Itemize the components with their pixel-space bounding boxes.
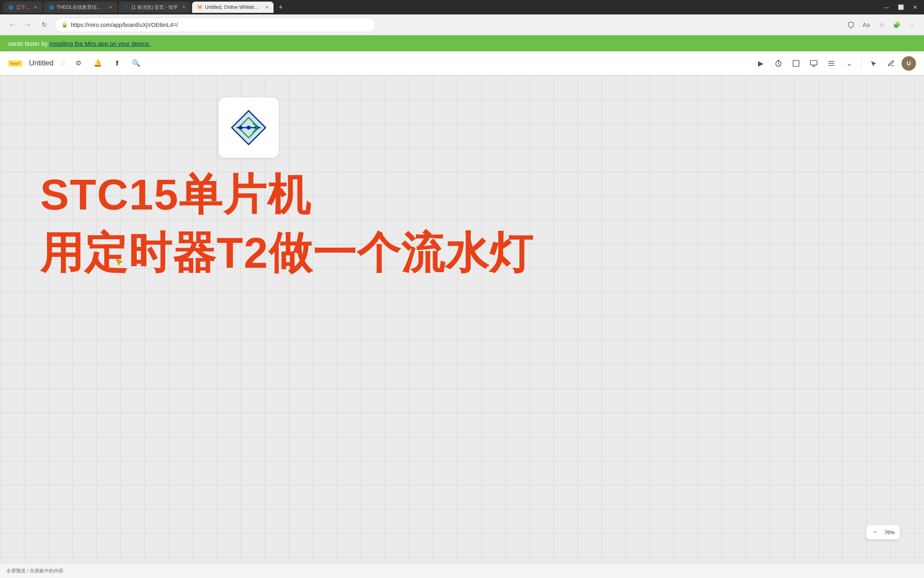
maximize-button[interactable]: ⬜ xyxy=(895,3,906,11)
install-link[interactable]: installing the Miro app on your device. xyxy=(49,40,150,47)
new-tab-button[interactable]: + xyxy=(275,2,286,13)
forward-icon: → xyxy=(25,21,31,28)
timer-button[interactable] xyxy=(771,56,786,71)
share-icon: ⬆ xyxy=(114,59,120,67)
frame-icon xyxy=(792,59,800,67)
present-button[interactable] xyxy=(806,56,821,71)
back-icon: ← xyxy=(9,21,15,28)
tab-liaoning[interactable]: 🌐 辽宁... ✕ xyxy=(3,2,42,13)
extensions-icon[interactable]: 🧩 xyxy=(891,19,902,31)
tab-favicon-2: 🌐 xyxy=(49,4,54,10)
toolbar-divider xyxy=(861,58,861,69)
settings-icon: ⚙ xyxy=(75,59,81,67)
notifications-button[interactable]: 🔔 xyxy=(91,57,104,70)
search-button[interactable]: 🔍 xyxy=(130,57,143,70)
status-bar: 全屏预览 / 在画板中的内容 xyxy=(0,564,924,578)
play-icon: ▶ xyxy=(758,59,764,68)
tab-label-2: THEOL在线教育综合平台-辽宁省 xyxy=(57,4,105,11)
zoom-controls: − 76% xyxy=(866,525,900,539)
install-banner: oards faster by installing the Miro app … xyxy=(0,35,924,51)
tab-close-4[interactable]: ✕ xyxy=(265,5,269,10)
url-text: https://miro.com/app/board/uXjVOE6inL4=/ xyxy=(71,22,178,28)
translate-icon[interactable] xyxy=(845,19,857,31)
tab-favicon-3: Z xyxy=(124,4,129,10)
svg-point-11 xyxy=(247,126,251,130)
zoom-out-button[interactable]: − xyxy=(869,527,881,538)
title-bar: 🌐 辽宁... ✕ 🌐 THEOL在线教育综合平台-辽宁省 ✕ Z (1 条消息… xyxy=(0,0,924,14)
url-bar[interactable]: 🔒 https://miro.com/app/board/uXjVOE6inL4… xyxy=(55,18,375,32)
tab-close-3[interactable]: ✕ xyxy=(182,5,186,10)
browser-frame: 🌐 辽宁... ✕ 🌐 THEOL在线教育综合平台-辽宁省 ✕ Z (1 条消息… xyxy=(0,0,924,578)
lock-icon: 🔒 xyxy=(61,22,68,28)
svg-rect-1 xyxy=(793,60,799,66)
chevron-down-icon: ⌄ xyxy=(846,59,852,68)
pen-icon xyxy=(888,60,895,67)
play-button[interactable]: ▶ xyxy=(754,56,768,71)
zoom-value: 76% xyxy=(882,529,897,535)
tab-close-1[interactable]: ✕ xyxy=(34,5,37,10)
tab-close-2[interactable]: ✕ xyxy=(109,5,112,10)
browser-settings-icon[interactable]: ··· xyxy=(906,19,918,31)
favorites-icon[interactable]: ☆ xyxy=(876,19,887,31)
tab-label-3: (1 条消息) 首页 - 知乎 xyxy=(132,4,178,11)
settings-button[interactable]: ⚙ xyxy=(72,57,85,70)
pen-tool-button[interactable] xyxy=(884,56,898,71)
tab-label-1: 辽宁... xyxy=(16,4,30,11)
cursor-icon xyxy=(870,60,877,67)
toolbar-right: ▶ ⌄ xyxy=(754,56,916,71)
present-icon xyxy=(810,59,818,67)
select-tool-button[interactable] xyxy=(866,56,881,71)
tab-theol[interactable]: 🌐 THEOL在线教育综合平台-辽宁省 ✕ xyxy=(44,2,117,13)
tab-label-4: Untitled, Online Whiteboard for... xyxy=(205,4,261,10)
share-button[interactable]: ⬆ xyxy=(111,57,124,70)
refresh-button[interactable]: ↻ xyxy=(38,19,50,31)
grid-icon xyxy=(827,59,835,67)
tab-favicon-4: M xyxy=(197,4,203,10)
favorite-star-icon[interactable]: ☆ xyxy=(60,59,66,67)
forward-button[interactable]: → xyxy=(22,19,34,31)
tab-zhihu[interactable]: Z (1 条消息) 首页 - 知乎 ✕ xyxy=(119,2,190,13)
board-title[interactable]: Untitled xyxy=(29,59,53,67)
timer-icon xyxy=(774,59,782,67)
refresh-icon: ↻ xyxy=(42,21,47,28)
svg-point-10 xyxy=(239,126,243,130)
tab-miro[interactable]: M Untitled, Online Whiteboard for... ✕ xyxy=(192,2,274,13)
back-button[interactable]: ← xyxy=(6,19,18,31)
minimize-button[interactable]: — xyxy=(881,3,892,11)
address-bar-right: Aa ☆ 🧩 ··· xyxy=(845,19,918,31)
logo-card xyxy=(219,98,279,158)
bell-icon: 🔔 xyxy=(93,59,102,67)
reading-mode-icon[interactable]: Aa xyxy=(861,19,872,31)
status-text: 全屏预览 / 在画板中的内容 xyxy=(6,568,63,574)
window-controls: — ⬜ ✕ xyxy=(881,3,921,11)
main-heading-line1: STC15单片机 xyxy=(40,166,311,224)
svg-rect-2 xyxy=(811,60,817,65)
zoom-out-icon: − xyxy=(873,529,877,536)
grid-view-button[interactable] xyxy=(824,56,839,71)
free-badge: free* xyxy=(8,60,22,67)
kicad-logo xyxy=(229,108,269,148)
user-avatar[interactable]: U xyxy=(902,56,916,71)
main-heading-line2: 用定时器T2做一个流水灯 xyxy=(40,224,533,283)
more-options-button[interactable]: ⌄ xyxy=(842,56,856,71)
tab-favicon-1: 🌐 xyxy=(8,4,14,10)
frame-button[interactable] xyxy=(789,56,803,71)
miro-toolbar: free* Untitled ☆ ⚙ 🔔 ⬆ 🔍 ▶ xyxy=(0,51,924,75)
close-window-button[interactable]: ✕ xyxy=(910,3,921,11)
banner-text: oards faster by installing the Miro app … xyxy=(8,40,150,47)
canvas-area[interactable]: STC15单片机 用定时器T2做一个流水灯 − 76% xyxy=(0,75,924,564)
address-bar: ← → ↻ 🔒 https://miro.com/app/board/uXjVO… xyxy=(0,14,924,35)
search-icon: 🔍 xyxy=(132,59,140,67)
